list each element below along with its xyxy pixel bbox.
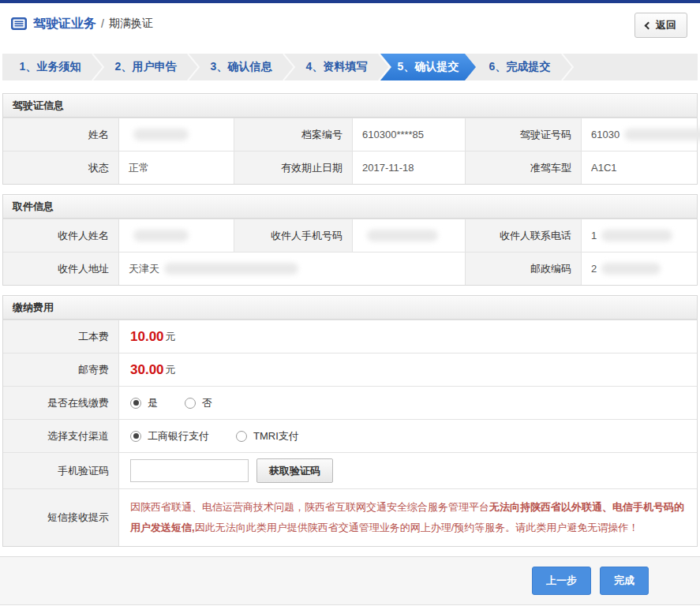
page-header: 驾驶证业务 / 期满换证 返回	[0, 3, 700, 44]
radio-label: 是	[148, 396, 158, 410]
table-row: 状态 正常 有效期止日期 2017-11-18 准驾车型 A1C1	[3, 151, 697, 184]
file-no-value: 610300****85	[353, 118, 466, 151]
license-no-label: 驾驶证号码	[466, 118, 582, 151]
redacted-value	[133, 129, 189, 140]
table-row: 收件人地址 天津天 邮政编码 2	[3, 252, 697, 285]
step-4-fill-materials[interactable]: 4、资料填写	[289, 54, 384, 80]
radio-label: 否	[202, 396, 212, 410]
vehicle-class-value: A1C1	[582, 152, 697, 184]
payment-section: 缴纳费用 工本费 10.00 元 邮寄费 30.00 元 是否在线缴费 是 否 …	[2, 295, 698, 547]
step-label: 2、用户申告	[115, 60, 177, 74]
breadcrumb-separator: /	[101, 17, 104, 30]
recipient-phone-label: 收件人联系电话	[466, 219, 582, 252]
recipient-name-value	[119, 219, 234, 252]
channel-tmri-option[interactable]: TMRI支付	[236, 429, 299, 443]
back-button[interactable]: 返回	[634, 13, 687, 38]
postcode-label: 邮政编码	[466, 252, 582, 285]
pay-channel-options: 工商银行支付 TMRI支付	[119, 420, 697, 452]
radio-selected-icon[interactable]	[130, 431, 141, 442]
online-pay-yes-option[interactable]: 是	[130, 396, 158, 410]
online-pay-no-option[interactable]: 否	[185, 396, 212, 410]
step-2-user-declaration[interactable]: 2、用户申告	[98, 54, 193, 80]
redacted-value	[601, 230, 672, 241]
address-value: 天津天	[119, 252, 466, 285]
license-business-icon	[11, 17, 27, 30]
finish-button[interactable]: 完成	[600, 567, 649, 595]
redacted-value	[601, 263, 661, 275]
chevron-separator-icon	[187, 54, 200, 80]
sms-code-field: 获取验证码	[119, 453, 697, 488]
license-no-prefix: 61030	[591, 129, 620, 140]
mail-fee-unit: 元	[166, 363, 176, 377]
section-title: 驾驶证信息	[3, 94, 697, 118]
online-pay-row: 是否在线缴费 是 否	[3, 386, 697, 419]
radio-unselected-icon[interactable]	[236, 431, 247, 442]
work-fee-unit: 元	[166, 330, 176, 344]
name-label: 姓名	[3, 118, 119, 151]
redacted-value	[367, 230, 438, 241]
chevron-separator-icon	[283, 54, 295, 80]
status-value: 正常	[119, 152, 234, 184]
license-no-value: 61030	[582, 118, 700, 151]
table-row: 姓名 档案编号 610300****85 驾驶证号码 61030	[3, 118, 697, 151]
sms-code-input[interactable]	[130, 459, 249, 482]
sms-notice-label: 短信接收提示	[3, 489, 119, 546]
back-button-label: 返回	[656, 18, 676, 32]
work-fee-label: 工本费	[3, 320, 119, 353]
mail-fee-value: 30.00 元	[119, 354, 697, 386]
step-5-confirm-submit[interactable]: 5、确认提交	[380, 54, 476, 80]
radio-label: 工商银行支付	[148, 429, 209, 443]
notice-part: 因陕西省联通、电信运营商技术问题，陕西省互联网交通安全综合服务管理平台	[130, 501, 489, 513]
mail-fee-label: 邮寄费	[3, 354, 119, 386]
address-prefix: 天津天	[129, 262, 159, 276]
redacted-value	[133, 230, 189, 241]
recipient-phone-value: 1	[582, 219, 697, 252]
action-footer: 上一步 完成	[0, 556, 700, 605]
step-1-business-notice[interactable]: 1、业务须知	[2, 54, 98, 80]
chevron-separator-icon	[561, 54, 574, 80]
sms-code-row: 手机验证码 获取验证码	[3, 452, 697, 488]
chevron-left-icon	[645, 21, 653, 29]
status-label: 状态	[3, 152, 119, 184]
sms-code-label: 手机验证码	[3, 453, 119, 488]
online-pay-options: 是 否	[119, 387, 697, 419]
step-label: 4、资料填写	[306, 60, 368, 74]
radio-label: TMRI支付	[253, 429, 299, 443]
postcode-prefix: 2	[591, 263, 597, 275]
mail-fee-amount: 30.00	[130, 362, 164, 378]
radio-unselected-icon[interactable]	[185, 398, 196, 409]
recipient-mobile-value	[353, 219, 466, 252]
sms-notice-row: 短信接收提示 因陕西省联通、电信运营商技术问题，陕西省互联网交通安全综合服务管理…	[3, 488, 697, 546]
postcode-value: 2	[582, 252, 697, 285]
file-no-label: 档案编号	[234, 118, 353, 151]
work-fee-value: 10.00 元	[119, 320, 697, 353]
breadcrumb-current: 期满换证	[109, 17, 153, 31]
page-title: 驾驶证业务	[33, 16, 96, 32]
channel-icbc-option[interactable]: 工商银行支付	[130, 429, 209, 443]
notice-part: 因此无法向此类用户提供陕西省交通管理业务的网上办理/预约等服务。请此类用户避免无…	[195, 522, 639, 533]
license-info-section: 驾驶证信息 姓名 档案编号 610300****85 驾驶证号码 61030 状…	[2, 93, 698, 185]
section-title: 缴纳费用	[3, 296, 697, 320]
online-pay-label: 是否在线缴费	[3, 387, 119, 419]
step-label: 3、确认信息	[211, 60, 272, 74]
phone-prefix: 1	[591, 230, 597, 241]
step-label: 5、确认提交	[398, 60, 459, 74]
redacted-value	[164, 263, 298, 275]
get-code-button[interactable]: 获取验证码	[256, 458, 333, 483]
mail-fee-row: 邮寄费 30.00 元	[3, 353, 697, 386]
prev-step-button[interactable]: 上一步	[532, 567, 591, 595]
name-value	[119, 118, 234, 151]
step-label: 1、业务须知	[20, 60, 81, 74]
section-title: 取件信息	[3, 195, 697, 219]
recipient-mobile-label: 收件人手机号码	[234, 219, 353, 252]
step-6-finish-submit[interactable]: 6、完成提交	[472, 54, 567, 80]
expiry-label: 有效期止日期	[234, 152, 353, 184]
table-row: 收件人姓名 收件人手机号码 收件人联系电话 1	[3, 219, 697, 252]
step-bar-tail	[567, 54, 698, 80]
step-3-confirm-info[interactable]: 3、确认信息	[193, 54, 289, 80]
sms-notice-text: 因陕西省联通、电信运营商技术问题，陕西省互联网交通安全综合服务管理平台无法向持陕…	[119, 489, 697, 546]
pickup-info-section: 取件信息 收件人姓名 收件人手机号码 收件人联系电话 1 收件人地址 天津天 邮…	[2, 194, 698, 286]
radio-selected-icon[interactable]	[130, 398, 141, 409]
step-wizard: 1、业务须知 2、用户申告 3、确认信息 4、资料填写 5、确认提交 6、完成提…	[2, 54, 698, 80]
work-fee-row: 工本费 10.00 元	[3, 320, 697, 353]
